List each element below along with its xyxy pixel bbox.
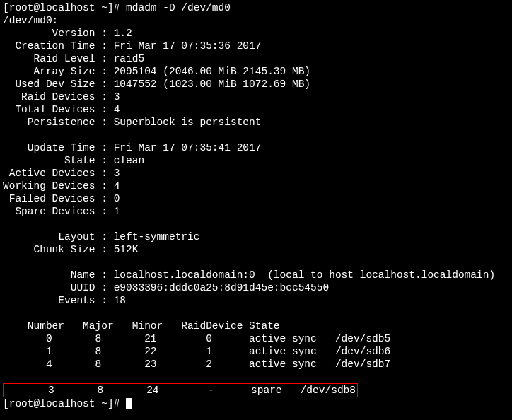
field-version: Version : 1.2 [3, 27, 509, 40]
field-layout: Layout : left-symmetric [3, 231, 509, 243]
spare-row-highlight: 3 8 24 - spare /dev/sdb8 [3, 383, 509, 397]
blank-line-4 [3, 307, 509, 320]
next-prompt[interactable]: [root@localhost ~]# [3, 397, 509, 410]
field-spare-devices: Spare Devices : 1 [3, 205, 509, 218]
shell-command: mdadm -D /dev/md0 [126, 2, 231, 13]
field-used-dev-size: Used Dev Size : 1047552 (1023.00 MiB 107… [3, 78, 509, 91]
blank-line-3 [3, 256, 509, 269]
field-failed-devices: Failed Devices : 0 [3, 192, 509, 205]
field-name: Name : localhost.localdomain:0 (local to… [3, 269, 509, 281]
field-events: Events : 18 [3, 294, 509, 307]
blank-line-5 [3, 371, 509, 383]
blank-line-2 [3, 218, 509, 231]
field-raid-level: Raid Level : raid5 [3, 52, 509, 65]
field-state: State : clean [3, 154, 509, 167]
blank-line-1 [3, 129, 509, 141]
device-header: /dev/md0: [3, 14, 509, 27]
field-working-devices: Working Devices : 4 [3, 180, 509, 192]
field-update-time: Update Time : Fri Mar 17 07:35:41 2017 [3, 141, 509, 154]
shell-prompt: [root@localhost ~]# [3, 398, 126, 409]
shell-prompt: [root@localhost ~]# [3, 2, 126, 13]
field-active-devices: Active Devices : 3 [3, 167, 509, 180]
field-raid-devices: Raid Devices : 3 [3, 91, 509, 103]
field-chunk-size: Chunk Size : 512K [3, 243, 509, 256]
field-uuid: UUID : e9033396:dddc0a25:8d91d45e:bcc545… [3, 281, 509, 294]
table-row-spare: 3 8 24 - spare /dev/sdb8 [3, 383, 358, 397]
cursor-icon [126, 398, 132, 409]
device-table-header: Number Major Minor RaidDevice State [3, 320, 509, 332]
command-line[interactable]: [root@localhost ~]# mdadm -D /dev/md0 [3, 1, 509, 14]
table-row: 1 8 22 1 active sync /dev/sdb6 [3, 345, 509, 358]
field-total-devices: Total Devices : 4 [3, 103, 509, 116]
table-row: 4 8 23 2 active sync /dev/sdb7 [3, 358, 509, 371]
field-persistence: Persistence : Superblock is persistent [3, 116, 509, 129]
table-row: 0 8 21 0 active sync /dev/sdb5 [3, 332, 509, 345]
field-creation-time: Creation Time : Fri Mar 17 07:35:36 2017 [3, 40, 509, 52]
field-array-size: Array Size : 2095104 (2046.00 MiB 2145.3… [3, 65, 509, 78]
